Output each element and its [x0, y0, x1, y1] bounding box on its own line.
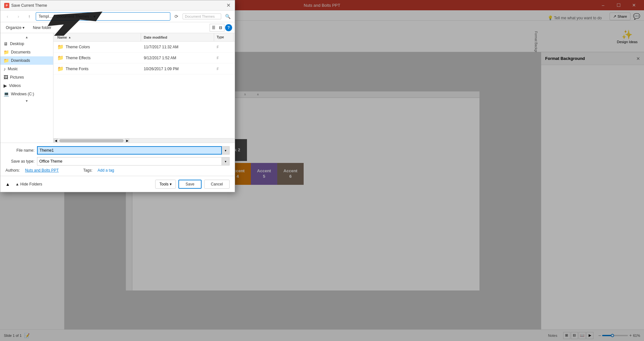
breadcrumb-part2: Document Themes — [56, 14, 89, 19]
documents-icon: 📁 — [4, 50, 9, 55]
file-date-cell: 9/12/2017 1:52 AM — [141, 56, 214, 60]
filename-input[interactable] — [37, 146, 222, 155]
savetype-input-container: ▾ — [37, 157, 230, 166]
nav-pictures[interactable]: 🖼 Pictures — [0, 73, 53, 81]
nav-desktop[interactable]: 🖥 Desktop — [0, 40, 53, 48]
view-options: ☰ ⊟ ? — [210, 24, 232, 32]
breadcrumb-part1: Templ… — [39, 14, 53, 19]
filename-input-container: ▾ — [37, 146, 230, 155]
file-date-cell: 11/7/2017 11:32 AM — [141, 45, 214, 49]
address-breadcrumb[interactable]: Templ… › Document Themes › ▾ — [36, 12, 170, 21]
dialog-app-icon: P — [4, 3, 9, 8]
hide-folders-button[interactable]: ▲ Hide Folders — [13, 180, 45, 188]
file-name-text: Theme Colors — [66, 45, 90, 49]
forward-button[interactable]: › — [14, 12, 23, 21]
refresh-button[interactable]: ⟳ — [172, 12, 181, 21]
nav-videos-label: Videos — [9, 83, 21, 88]
nav-documents[interactable]: 📁 Documents — [0, 48, 53, 56]
downloads-icon: 📁 — [4, 58, 9, 63]
file-type-cell: F — [214, 56, 233, 60]
nav-pane: ▲ 🖥 Desktop 📁 Documents 📁 Downloads ♪ Mu… — [0, 33, 53, 143]
footer-left: ▲ ▲ Hide Folders — [5, 180, 45, 188]
hide-folders-icon[interactable]: ▲ — [5, 182, 10, 187]
dialog-close-button[interactable]: ✕ — [224, 2, 232, 9]
filename-label: File name: — [5, 148, 34, 153]
horizontal-scrollbar[interactable]: ◀ ▶ — [53, 138, 235, 143]
nav-scroll-up[interactable]: ▲ — [0, 34, 53, 40]
file-list: 📁 Theme Colors 11/7/2017 11:32 AM F 📁 Th… — [53, 42, 235, 138]
file-type-cell: F — [214, 45, 233, 49]
file-name-text: Theme Effects — [66, 56, 90, 60]
save-theme-dialog: P Save Current Theme ✕ ‹ › ↑ Templ… › Do… — [0, 0, 235, 192]
savetype-dropdown-btn[interactable]: ▾ — [222, 157, 230, 166]
scroll-thumb[interactable] — [59, 139, 124, 142]
back-button[interactable]: ‹ — [3, 12, 12, 21]
dialog-body: ▲ 🖥 Desktop 📁 Documents 📁 Downloads ♪ Mu… — [0, 33, 235, 143]
file-name-cell: 📁 Theme Fonts — [55, 66, 141, 72]
breadcrumb-chevron1: › — [54, 14, 55, 18]
windows-c-icon: 💻 — [4, 91, 9, 97]
details-view-btn[interactable]: ⊟ — [217, 24, 224, 31]
folder-icon: 📁 — [57, 44, 64, 50]
scroll-right-btn[interactable]: ▶ — [125, 138, 129, 143]
nav-windows-c[interactable]: 💻 Windows (C:) — [0, 90, 53, 98]
search-button[interactable]: 🔍 — [223, 12, 232, 21]
file-name-text: Theme Fonts — [66, 67, 89, 71]
savetype-row: Save as type: ▾ — [5, 157, 230, 166]
file-name-cell: 📁 Theme Effects — [55, 55, 141, 61]
videos-icon: ▶ — [4, 83, 7, 88]
addr-dropdown-btn[interactable]: ▾ — [93, 14, 96, 19]
addr-search-box[interactable]: Document Themes — [183, 14, 221, 19]
nav-music[interactable]: ♪ Music — [0, 65, 53, 73]
music-icon: ♪ — [4, 66, 6, 71]
col-header-name[interactable]: Name ▲ — [55, 33, 141, 41]
file-name-cell: 📁 Theme Colors — [55, 44, 141, 50]
savetype-label: Save as type: — [5, 159, 34, 164]
col-header-type[interactable]: Type — [214, 33, 233, 41]
file-date-cell: 10/26/2017 1:09 PM — [141, 67, 214, 71]
nav-scroll-down[interactable]: ▼ — [0, 98, 53, 103]
savetype-input[interactable] — [37, 157, 222, 166]
scroll-left-btn[interactable]: ◀ — [53, 138, 58, 143]
file-pane: Name ▲ Date modified Type 📁 Theme Colors… — [53, 33, 235, 143]
tags-label: Tags: — [83, 168, 92, 173]
footer-right: Tools ▾ Save Cancel — [155, 180, 230, 189]
authors-label: Authors: — [5, 168, 20, 173]
nav-downloads[interactable]: 📁 Downloads — [0, 56, 53, 65]
table-row[interactable]: 📁 Theme Fonts 10/26/2017 1:09 PM F — [53, 63, 235, 74]
dialog-title-text: Save Current Theme — [11, 3, 47, 8]
nav-downloads-label: Downloads — [11, 58, 30, 63]
help-button[interactable]: ? — [225, 24, 232, 31]
table-row[interactable]: 📁 Theme Effects 9/12/2017 1:52 AM F — [53, 52, 235, 63]
nav-windows-c-label: Windows (C:) — [11, 92, 34, 96]
dialog-title-left: P Save Current Theme — [4, 3, 47, 8]
address-bar: ‹ › ↑ Templ… › Document Themes › ▾ ⟳ Doc… — [0, 11, 235, 22]
file-header: Name ▲ Date modified Type — [53, 33, 235, 42]
col-header-date[interactable]: Date modified — [141, 33, 214, 41]
breadcrumb-chevron2: › — [90, 14, 91, 18]
meta-row: Authors: Nuts and Bolts PPT Tags: Add a … — [5, 168, 230, 173]
cancel-button[interactable]: Cancel — [204, 180, 230, 189]
tools-button[interactable]: Tools ▾ — [155, 180, 176, 189]
organize-button[interactable]: Organize ▾ — [3, 24, 27, 32]
save-button[interactable]: Save — [178, 180, 201, 189]
dialog-fields: File name: ▾ Save as type: ▾ Authors: Nu… — [0, 143, 235, 176]
filename-dropdown-btn[interactable]: ▾ — [222, 146, 230, 155]
nav-videos[interactable]: ▶ Videos — [0, 81, 53, 90]
nav-desktop-label: Desktop — [10, 42, 24, 46]
view-toggle: ☰ ⊟ — [210, 24, 224, 32]
nav-music-label: Music — [8, 67, 18, 71]
table-row[interactable]: 📁 Theme Colors 11/7/2017 11:32 AM F — [53, 42, 235, 52]
file-type-cell: F — [214, 67, 233, 71]
filename-row: File name: ▾ — [5, 146, 230, 155]
desktop-icon: 🖥 — [4, 41, 8, 46]
folder-icon: 📁 — [57, 55, 64, 61]
dialog-toolbar: Organize ▾ New folder ☰ ⊟ ? — [0, 22, 235, 33]
up-button[interactable]: ↑ — [25, 12, 34, 21]
folder-icon: 📁 — [57, 66, 64, 72]
add-tag-button[interactable]: Add a tag — [98, 168, 114, 173]
nav-documents-label: Documents — [11, 50, 31, 54]
authors-value[interactable]: Nuts and Bolts PPT — [25, 168, 59, 173]
new-folder-button[interactable]: New folder — [30, 24, 54, 32]
list-view-btn[interactable]: ☰ — [210, 24, 217, 31]
